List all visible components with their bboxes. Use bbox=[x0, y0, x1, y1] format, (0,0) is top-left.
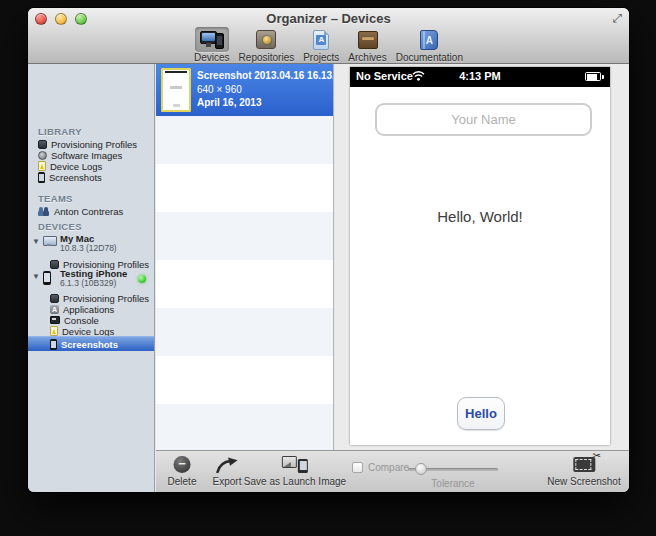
screenshot-title: Screenshot 2013.04.16 16.13... bbox=[197, 69, 334, 83]
sidebar-device-testing-iphone[interactable]: ▼ Testing iPhone 6.1.3 (10B329) bbox=[30, 268, 152, 290]
device-logs-icon bbox=[38, 161, 46, 171]
compare-checkbox[interactable] bbox=[352, 462, 363, 473]
mac-icon bbox=[43, 236, 55, 246]
screenshot-thumbnail bbox=[161, 68, 191, 112]
iphone-icon bbox=[43, 271, 51, 285]
bottom-toolbar: − Delete Export Save as Launch Image Com… bbox=[156, 450, 629, 492]
repositories-icon bbox=[256, 30, 276, 49]
preview-your-name-field: Your Name bbox=[375, 103, 592, 136]
delete-minus-icon: − bbox=[174, 456, 191, 473]
documentation-icon bbox=[420, 30, 438, 50]
screenshot-list[interactable]: Screenshot 2013.04.16 16.13... 640 × 960… bbox=[156, 64, 334, 450]
organizer-window: Organizer – Devices ⤢ Devices Repositori… bbox=[28, 8, 629, 492]
export-button[interactable]: Export bbox=[213, 455, 242, 487]
window-title: Organizer – Devices bbox=[28, 11, 629, 26]
sidebar-header-devices: DEVICES bbox=[38, 221, 82, 232]
battery-icon bbox=[585, 72, 604, 81]
save-as-launch-image-button[interactable]: Save as Launch Image bbox=[244, 455, 346, 487]
screenshot-resolution: 640 × 960 bbox=[197, 83, 334, 97]
new-screenshot-icon: ✂ bbox=[573, 457, 595, 472]
software-images-icon bbox=[38, 151, 47, 160]
screenshots-icon bbox=[50, 339, 57, 350]
screenshot-preview-image[interactable]: No Service 4:13 PM Your Name Hello, Worl… bbox=[350, 67, 610, 445]
toolbar-item-devices[interactable]: Devices bbox=[194, 27, 230, 63]
sidebar-item-team-anton-contreras[interactable]: Anton Contreras bbox=[38, 205, 152, 217]
main-toolbar: Devices Repositories Projects Archives D… bbox=[28, 27, 629, 64]
team-icon bbox=[38, 206, 50, 216]
archives-icon bbox=[358, 31, 378, 49]
sidebar-device-my-mac[interactable]: ▼ My Mac 10.8.3 (12D78) bbox=[30, 233, 152, 255]
sidebar-item-screenshots[interactable]: Screenshots bbox=[38, 171, 152, 183]
provisioning-profiles-icon bbox=[50, 294, 59, 303]
status-bar-time: 4:13 PM bbox=[350, 70, 610, 82]
device-connected-status-dot bbox=[138, 275, 146, 283]
compare-control: Compare bbox=[352, 462, 409, 473]
sidebar: LIBRARY Provisioning Profiles Software I… bbox=[28, 64, 155, 492]
screenshots-icon bbox=[38, 172, 45, 183]
delete-button[interactable]: − Delete bbox=[168, 455, 197, 487]
tolerance-slider[interactable] bbox=[408, 468, 498, 471]
preview-status-bar: No Service 4:13 PM bbox=[350, 67, 610, 87]
toolbar-item-repositories[interactable]: Repositories bbox=[239, 27, 295, 63]
preview-hello-button: Hello bbox=[457, 397, 505, 430]
disclosure-triangle-icon[interactable]: ▼ bbox=[32, 237, 40, 246]
screenshot-date: April 16, 2013 bbox=[197, 96, 334, 110]
tolerance-label: Tolerance bbox=[431, 478, 474, 489]
toolbar-item-archives[interactable]: Archives bbox=[348, 27, 386, 63]
titlebar[interactable]: Organizer – Devices ⤢ bbox=[28, 8, 629, 28]
projects-icon bbox=[313, 30, 329, 50]
preview-pane: No Service 4:13 PM Your Name Hello, Worl… bbox=[335, 64, 629, 450]
window-header: Organizer – Devices ⤢ Devices Repositori… bbox=[28, 8, 629, 64]
preview-hello-world-label: Hello, World! bbox=[350, 208, 610, 225]
sidebar-header-teams: TEAMS bbox=[38, 193, 73, 204]
tolerance-slider-knob[interactable] bbox=[415, 463, 427, 475]
toolbar-item-documentation[interactable]: Documentation bbox=[396, 27, 463, 63]
device-logs-icon bbox=[50, 326, 58, 336]
export-arrow-icon bbox=[216, 455, 239, 474]
compare-label: Compare bbox=[368, 462, 409, 473]
disclosure-triangle-icon[interactable]: ▼ bbox=[32, 272, 40, 281]
toolbar-item-projects[interactable]: Projects bbox=[303, 27, 339, 63]
applications-icon: A bbox=[50, 305, 59, 314]
sidebar-header-library: LIBRARY bbox=[38, 126, 82, 137]
sidebar-item-iphone-screenshots-selected[interactable]: Screenshots bbox=[28, 336, 154, 351]
fullscreen-icon[interactable]: ⤢ bbox=[612, 11, 622, 25]
screenshot-list-item-selected[interactable]: Screenshot 2013.04.16 16.13... 640 × 960… bbox=[156, 64, 333, 116]
provisioning-profiles-icon bbox=[38, 140, 47, 149]
new-screenshot-button[interactable]: ✂ New Screenshot bbox=[547, 455, 620, 487]
list-empty-rows bbox=[156, 116, 333, 450]
console-icon bbox=[50, 316, 60, 324]
launch-image-icon bbox=[282, 456, 308, 473]
devices-icon bbox=[200, 30, 224, 50]
